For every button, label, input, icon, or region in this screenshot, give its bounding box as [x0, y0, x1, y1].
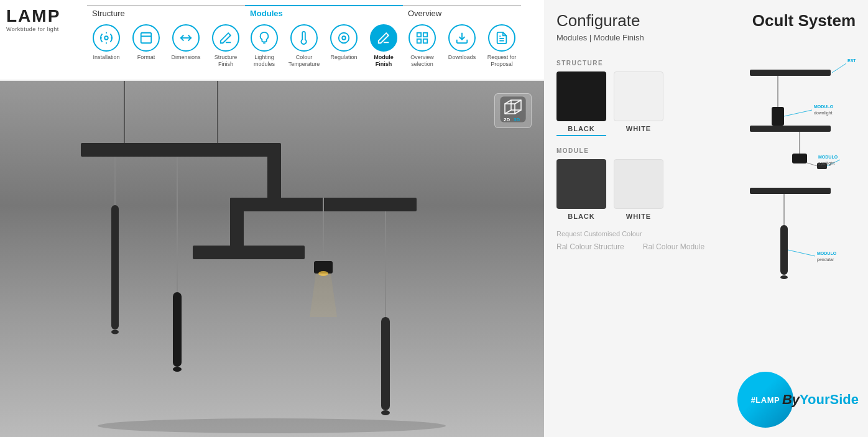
nav-item-regulation[interactable]: Regulation: [325, 22, 363, 70]
svg-rect-10: [417, 39, 421, 43]
diagram-svg: ESTRUCTURA MODULO downlight MODULO spot: [725, 51, 856, 287]
nav-section-overview: Overview Overviewselection Downloads: [403, 5, 521, 80]
top-nav: LAMP Worktitude for light Structure Inst…: [0, 0, 544, 81]
ral-options: Ral Colour Structure Ral Colour Module: [556, 242, 719, 251]
nav-item-request-proposal[interactable]: Request forProposal: [482, 22, 521, 70]
svg-rect-63: [780, 225, 788, 275]
lighting-modules-icon: [251, 24, 278, 52]
nav-items-modules: Lightingmodules ColourTemperature Regula…: [245, 22, 403, 70]
structure-white-swatch: [614, 71, 663, 121]
module-white-swatch: [614, 159, 663, 209]
nav-item-overview-selection[interactable]: Overviewselection: [403, 22, 441, 70]
logo-name: LAMP: [6, 7, 60, 25]
nav-item-downloads[interactable]: Downloads: [443, 22, 481, 70]
overview-selection-icon: [409, 24, 436, 52]
nav-section-structure: Structure Installation Format: [87, 5, 245, 80]
scene-background: 2D 3D: [0, 81, 544, 437]
overview-selection-label: Overviewselection: [410, 54, 434, 68]
svg-line-56: [807, 163, 817, 166]
svg-text:MODULO: MODULO: [818, 155, 838, 159]
colour-temperature-label: ColourTemperature: [289, 54, 320, 68]
structure-black-label: BLACK: [568, 125, 595, 132]
request-proposal-label: Request forProposal: [487, 54, 517, 68]
nav-items-overview: Overviewselection Downloads Request forP…: [403, 22, 521, 70]
svg-rect-15: [81, 143, 280, 157]
svg-rect-19: [193, 246, 305, 259]
svg-point-24: [173, 367, 182, 372]
svg-rect-9: [423, 39, 427, 43]
regulation-icon: [330, 24, 358, 52]
nav-section-title-overview: Overview: [403, 5, 521, 22]
module-white-option[interactable]: WHITE: [614, 159, 663, 220]
brand-hashtag-text: #LAMP: [751, 395, 780, 405]
svg-text:MODULO: MODULO: [817, 251, 837, 255]
svg-text:MODULO: MODULO: [814, 104, 834, 109]
view-3d-icon: 2D 3D: [500, 96, 526, 122]
diagram-area: ESTRUCTURA MODULO downlight MODULO spot: [725, 51, 856, 290]
custom-colour-section: Request Customised Colour Ral Colour Str…: [556, 230, 719, 251]
logo-area: LAMP Worktitude for light: [6, 5, 87, 32]
right-panel: Configurate Ocult System Modules | Modul…: [544, 0, 868, 437]
nav-section-title-structure: Structure: [87, 5, 245, 22]
nav-item-installation[interactable]: Installation: [87, 22, 126, 70]
installation-icon: [93, 24, 120, 52]
nav-sections: Structure Installation Format: [87, 5, 538, 80]
brand-by: By: [782, 392, 800, 407]
structure-black-swatch: [556, 71, 606, 121]
view-toggle[interactable]: 2D 3D: [494, 93, 532, 128]
brand-footer: #LAMP ByYourSide: [737, 372, 859, 428]
nav-item-lighting-modules[interactable]: Lightingmodules: [245, 22, 284, 70]
breadcrumb: Modules | Module Finish: [556, 33, 856, 42]
nav-items-structure: Installation Format Dimensions: [87, 22, 245, 70]
nav-section-modules: Modules Lightingmodules ColourTemperatur…: [245, 5, 403, 80]
svg-line-65: [788, 250, 815, 256]
structure-section-label: Structure: [556, 60, 719, 67]
svg-text:downlight: downlight: [814, 111, 833, 116]
config-options: Structure BLACK WHITE MODULE: [556, 51, 719, 290]
module-black-option[interactable]: BLACK: [556, 159, 606, 220]
svg-point-64: [780, 275, 788, 279]
nav-item-colour-temperature[interactable]: ColourTemperature: [285, 22, 323, 70]
structure-white-option[interactable]: WHITE: [614, 71, 663, 136]
dimensions-icon: [172, 24, 200, 52]
svg-line-50: [784, 110, 812, 116]
structure-black-underline: [556, 135, 606, 136]
svg-rect-23: [173, 292, 182, 367]
module-black-swatch: [556, 159, 606, 209]
svg-text:ESTRUCTURA: ESTRUCTURA: [847, 58, 856, 63]
nav-item-structure-finish[interactable]: StructureFinish: [206, 22, 245, 70]
module-white-label: WHITE: [626, 213, 651, 220]
svg-rect-33: [111, 205, 119, 329]
system-title: Ocult System: [752, 11, 856, 30]
structure-finish-label: StructureFinish: [215, 54, 238, 68]
ral-colour-structure[interactable]: Ral Colour Structure: [556, 242, 624, 251]
svg-text:2D: 2D: [504, 117, 510, 122]
svg-point-6: [342, 36, 346, 40]
svg-text:spotlight: spotlight: [818, 161, 834, 166]
module-finish-label: ModuleFinish: [374, 54, 394, 68]
brand-byyourside: ByYourSide: [782, 392, 859, 408]
svg-rect-18: [230, 198, 244, 247]
svg-rect-61: [750, 188, 831, 194]
svg-point-5: [339, 33, 349, 44]
downloads-icon: [448, 24, 476, 52]
structure-color-options: BLACK WHITE: [556, 71, 719, 136]
custom-colour-title: Request Customised Colour: [556, 230, 719, 237]
format-label: Format: [137, 54, 155, 61]
structure-finish-icon: [212, 24, 239, 52]
nav-item-format[interactable]: Format: [127, 22, 165, 70]
svg-rect-45: [750, 70, 831, 76]
svg-rect-7: [417, 33, 421, 37]
module-color-options: BLACK WHITE: [556, 159, 719, 220]
nav-item-dimensions[interactable]: Dimensions: [167, 22, 205, 70]
lamp-scene-svg: [0, 81, 544, 437]
ral-colour-module[interactable]: Ral Colour Module: [643, 242, 704, 251]
svg-point-31: [381, 410, 390, 415]
structure-white-label: WHITE: [626, 125, 651, 132]
svg-text:3D: 3D: [514, 117, 520, 122]
structure-black-option[interactable]: BLACK: [556, 71, 606, 136]
svg-rect-16: [267, 143, 281, 199]
nav-item-module-finish[interactable]: ModuleFinish: [364, 22, 403, 70]
svg-rect-30: [381, 317, 390, 410]
configurate-title: Configurate: [556, 11, 640, 30]
